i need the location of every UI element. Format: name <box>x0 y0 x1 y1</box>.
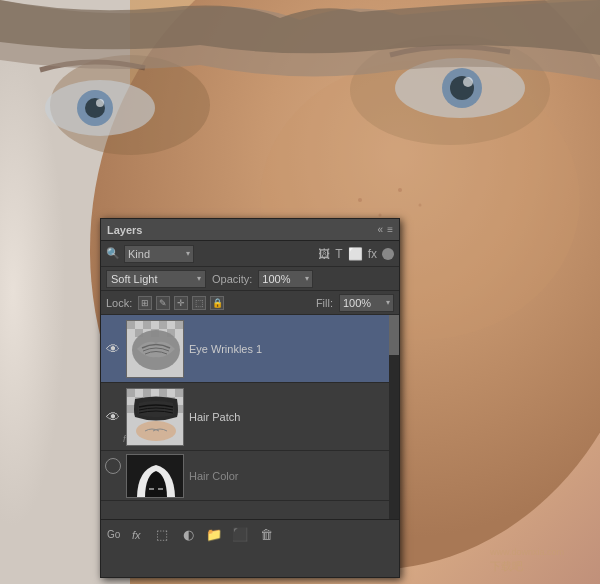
search-icon: 🔍 <box>106 247 120 260</box>
svg-rect-34 <box>127 389 135 397</box>
svg-text:下载吧: 下载吧 <box>490 560 523 572</box>
hair-color-thumb <box>127 455 184 498</box>
blend-mode-dropdown[interactable]: Soft Light ▾ <box>106 270 206 288</box>
kind-label: Kind <box>128 248 150 260</box>
lock-label: Lock: <box>106 297 132 309</box>
blend-mode-value: Soft Light <box>111 273 157 285</box>
folder-icon[interactable]: 📁 <box>204 525 224 545</box>
blend-mode-row: Soft Light ▾ Opacity: 100% ▾ <box>101 267 399 291</box>
filter-type-icon[interactable]: T <box>335 247 342 261</box>
svg-point-17 <box>379 214 382 217</box>
lock-row: Lock: ⊞ ✎ ✛ ⬚ 🔒 Fill: 100% ▾ <box>101 291 399 315</box>
layer-visibility-btn[interactable]: 👁 <box>105 341 121 357</box>
filter-shape-icon[interactable]: ⬜ <box>348 247 363 261</box>
layer-thumbnail <box>126 320 184 378</box>
fill-label: Fill: <box>316 297 333 309</box>
panel-titlebar: Layers « ≡ <box>101 219 399 241</box>
filter-row: 🔍 Kind ▾ 🖼 T ⬜ fx <box>101 241 399 267</box>
lock-pixels-btn[interactable]: ⊞ <box>138 296 152 310</box>
delete-icon[interactable]: 🗑 <box>256 525 276 545</box>
lock-move-btn[interactable]: ✛ <box>174 296 188 310</box>
svg-point-16 <box>358 198 362 202</box>
svg-point-20 <box>419 204 422 207</box>
layer-name: Hair Color <box>189 470 395 482</box>
lock-icons: ⊞ ✎ ✛ ⬚ 🔒 <box>138 296 224 310</box>
link-icon[interactable]: ⬚ <box>152 525 172 545</box>
svg-rect-26 <box>143 321 151 329</box>
filter-image-icon[interactable]: 🖼 <box>318 247 330 261</box>
hair-patch-thumb <box>127 389 184 446</box>
new-layer-icon[interactable]: ⬛ <box>230 525 250 545</box>
lock-position-btn[interactable]: ✎ <box>156 296 170 310</box>
kind-chevron: ▾ <box>186 249 190 258</box>
fx-btn[interactable]: fx <box>126 525 146 545</box>
fill-chevron: ▾ <box>386 298 390 307</box>
svg-point-8 <box>96 99 104 107</box>
opacity-chevron: ▾ <box>305 274 309 283</box>
panel-titlebar-icons: « ≡ <box>378 224 393 235</box>
layers-list: 👁 <box>101 315 399 519</box>
opacity-dropdown[interactable]: 100% ▾ <box>258 270 313 288</box>
layer-item[interactable]: 👁 f <box>101 383 399 451</box>
svg-rect-25 <box>127 321 135 329</box>
svg-point-45 <box>136 421 176 441</box>
svg-rect-35 <box>143 389 151 397</box>
layer-visibility-btn[interactable]: 👁 <box>105 409 121 425</box>
lock-artboard-btn[interactable]: ⬚ <box>192 296 206 310</box>
go-label[interactable]: Go <box>107 525 120 545</box>
fill-value-text: 100% <box>343 297 371 309</box>
svg-rect-36 <box>159 389 167 397</box>
layer-item[interactable]: Hair Color <box>101 451 399 501</box>
kind-dropdown[interactable]: Kind ▾ <box>124 245 194 263</box>
filter-icons: 🖼 T ⬜ fx <box>198 247 394 261</box>
layer-name: Eye Wrinkles 1 <box>189 343 395 355</box>
filter-fx-icon[interactable]: fx <box>368 247 377 261</box>
scroll-thumb[interactable] <box>389 315 399 355</box>
svg-text:www.downxia.com: www.downxia.com <box>489 547 564 557</box>
panel-title: Layers <box>107 224 142 236</box>
panel-menu-icon[interactable]: ≡ <box>387 224 393 235</box>
adjustment-icon[interactable]: ◐ <box>178 525 198 545</box>
filter-dot-icon[interactable] <box>382 248 394 260</box>
svg-rect-28 <box>175 321 183 329</box>
lock-all-btn[interactable]: 🔒 <box>210 296 224 310</box>
layer-name: Hair Patch <box>189 411 395 423</box>
svg-rect-41 <box>127 405 135 413</box>
panel-toolbar: Go fx ⬚ ◐ 📁 ⬛ 🗑 <box>101 519 399 549</box>
blend-chevron: ▾ <box>197 274 201 283</box>
scroll-track[interactable] <box>389 315 399 519</box>
svg-point-12 <box>463 77 473 87</box>
fill-dropdown[interactable]: 100% ▾ <box>339 294 394 312</box>
layers-panel: Layers « ≡ 🔍 Kind ▾ 🖼 T ⬜ fx Soft Light … <box>100 218 400 578</box>
panel-collapse-icon[interactable]: « <box>378 224 384 235</box>
svg-rect-37 <box>175 389 183 397</box>
layer-thumbnail <box>126 388 184 446</box>
layer-thumbnail <box>126 454 184 498</box>
opacity-label: Opacity: <box>212 273 252 285</box>
layer-item[interactable]: 👁 <box>101 315 399 383</box>
eye-wrinkles-thumb <box>127 321 184 378</box>
svg-rect-27 <box>159 321 167 329</box>
opacity-value: 100% <box>262 273 290 285</box>
svg-point-19 <box>398 188 402 192</box>
